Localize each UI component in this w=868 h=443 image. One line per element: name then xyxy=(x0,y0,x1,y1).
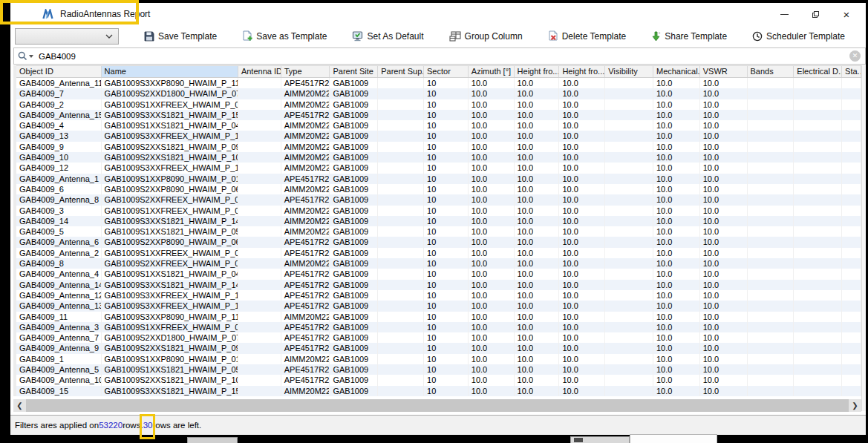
table-cell: GAB4009_Antenna_9 xyxy=(16,343,102,353)
column-header[interactable]: Antenna ID xyxy=(238,66,281,77)
column-header[interactable]: Sta... xyxy=(842,66,861,77)
table-row[interactable]: GAB4009_13GAB1009S3XXFREEX_HWAIM_P_13AIM… xyxy=(16,131,861,141)
scroll-left-arrow-icon[interactable]: ❮ xyxy=(13,399,26,412)
save-as-template-button[interactable]: Save as Template xyxy=(238,28,331,44)
table-cell xyxy=(842,194,861,205)
table-row[interactable]: GAB4009_Antenna_1GAB1009S1XXP8090_HWAIM_… xyxy=(16,174,861,184)
column-header[interactable]: Sector xyxy=(424,66,469,77)
table-row[interactable]: GAB4009_Antenna_6GAB1009S2XXP8090_HWAIM_… xyxy=(16,237,861,247)
table-row[interactable]: GAB4009_3GAB1009S1XXFREEX_HWAIM_P_03AIMM… xyxy=(16,206,861,216)
column-header[interactable]: Height fro... xyxy=(515,66,560,77)
table-row[interactable]: GAB4009_5GAB1009S1XXS1821_HWAIM_P_05AIMM… xyxy=(16,226,861,237)
table-cell xyxy=(842,131,861,141)
table-row[interactable]: GAB4009_Antenna_7GAB1009S2XXD1800_HWAIM_… xyxy=(16,332,861,343)
table-cell: GAB4009_Antenna_1 xyxy=(16,174,102,184)
column-header[interactable]: Name xyxy=(102,66,238,77)
table-row[interactable]: GAB4009_10GAB1009S2XXS1821_HWAIM_P_10AIM… xyxy=(16,152,861,163)
table-row[interactable]: GAB4009_9GAB1009S2XXS1821_HWAIM_P_09AIMM… xyxy=(16,142,861,152)
table-cell xyxy=(842,184,861,194)
vertical-scrollbar[interactable] xyxy=(861,65,866,411)
table-cell: 10.0 xyxy=(559,174,605,184)
scheduler-template-button[interactable]: Scheduler Template xyxy=(748,29,849,44)
table-row[interactable]: GAB4009_Antenna_9GAB1009S2XXS1821_HWAIM_… xyxy=(16,343,861,353)
horizontal-scrollbar-thumb[interactable] xyxy=(26,399,849,412)
table-header-row: Object IDNameAntenna IDTypeParent SitePa… xyxy=(16,65,861,78)
table-row[interactable]: GAB4009_Antenna_15GAB1009S3XXS1821_HWAIM… xyxy=(16,110,861,120)
column-header[interactable]: Azimuth [°] xyxy=(469,66,515,77)
table-cell xyxy=(794,110,842,120)
table-row[interactable]: GAB4009_Antenna_11GAB1009S3XXP8090_HWAIM… xyxy=(16,78,861,88)
table-cell: GAB1009S3XXFREEX_HWAIM_P_13 xyxy=(102,131,238,141)
search-input[interactable]: GAB4009 xyxy=(39,52,849,61)
column-header[interactable]: Type xyxy=(281,66,330,77)
table-cell: 10.0 xyxy=(559,163,605,173)
table-cell: 10.0 xyxy=(653,163,700,173)
column-header[interactable]: Height fro... xyxy=(559,66,605,77)
column-header[interactable]: Parent Site xyxy=(330,66,378,77)
table-row[interactable]: GAB4009_Antenna_5GAB1009S1XXS1821_HWAIM_… xyxy=(16,364,861,375)
column-header[interactable]: Mechanical... xyxy=(653,66,700,77)
table-cell: 10.0 xyxy=(700,386,748,396)
share-template-button[interactable]: Share Template xyxy=(647,29,731,44)
table-row[interactable]: GAB4009_7GAB1009S2XXD1800_HWAIM_P_07AIMM… xyxy=(16,88,861,99)
table-row[interactable]: GAB4009_Antenna_3GAB1009S1XXFREEX_HWAIM_… xyxy=(16,322,861,332)
table-cell xyxy=(238,354,281,364)
table-cell: APE4517R2 xyxy=(281,375,330,385)
table-cell xyxy=(238,269,281,279)
table-row[interactable]: GAB4009_4GAB1009S1XXS1821_HWAIM_P_04AIMM… xyxy=(16,120,861,131)
scroll-right-arrow-icon[interactable]: ❯ xyxy=(849,399,861,412)
table-cell: GAB4009_4 xyxy=(16,120,102,131)
table-row[interactable]: GAB4009_11GAB1009S3XXP8090_HWAIM_P_11AIM… xyxy=(16,312,861,322)
search-clear-icon[interactable]: ✕ xyxy=(849,50,861,62)
column-header[interactable]: Bands xyxy=(748,66,794,77)
table-cell: 10.0 xyxy=(653,301,700,311)
delete-template-button[interactable]: Delete Template xyxy=(544,28,631,44)
column-header[interactable]: Visibility xyxy=(605,66,653,77)
table-cell: AIMM20M22... xyxy=(281,226,330,237)
table-row[interactable]: GAB4009_14GAB1009S3XXS1821_HWAIM_P_14AIM… xyxy=(16,216,861,226)
column-header[interactable]: VSWR xyxy=(700,66,748,77)
close-button[interactable]: × xyxy=(836,5,857,23)
set-as-default-button[interactable]: Set As Default xyxy=(347,29,428,44)
column-header[interactable]: Electrical D... xyxy=(794,66,842,77)
table-row[interactable]: GAB4009_Antenna_13GAB1009S3XXFREEX_HWAIM… xyxy=(16,301,861,311)
table-row[interactable]: GAB4009_6GAB1009S2XXP8090_HWAIM_P_06AIMM… xyxy=(16,184,861,194)
table-row[interactable]: GAB4009_15GAB1009S3XXS1821_HWAIM_P_15AIM… xyxy=(16,386,861,396)
table-cell xyxy=(378,312,424,322)
table-row[interactable]: GAB4009_Antenna_4GAB1009S1XXS1821_HWAIM_… xyxy=(16,269,861,279)
table-row[interactable]: GAB4009_12GAB1009S3XXFREEX_HWAIM_P_12AIM… xyxy=(16,163,861,173)
table-row[interactable]: GAB4009_Antenna_10GAB1009S2XXS1821_HWAIM… xyxy=(16,375,861,385)
table-row[interactable]: GAB4009_Antenna_2GAB1009S1XXFREEX_HWAIM_… xyxy=(16,248,861,258)
table-cell xyxy=(238,258,281,269)
save-template-button[interactable]: Save Template xyxy=(140,29,221,44)
group-column-button[interactable]: Group Column xyxy=(445,29,527,44)
table-row[interactable]: GAB4009_Antenna_14GAB1009S3XXS1821_HWAIM… xyxy=(16,280,861,290)
column-header[interactable]: Object ID xyxy=(16,66,102,77)
table-row[interactable]: GAB4009_Antenna_12GAB1009S3XXFREEX_HWAIM… xyxy=(16,290,861,301)
table-row[interactable]: GAB4009_8GAB1009S2XXFREEX_HWAIM_P_08AIMM… xyxy=(16,258,861,269)
table-row[interactable]: GAB4009_2GAB1009S1XXFREEX_HWAIM_P_02AIMM… xyxy=(16,99,861,110)
table-cell: 10 xyxy=(424,174,469,184)
table-cell: 10.0 xyxy=(469,120,515,131)
horizontal-scrollbar[interactable]: ❮ ❯ xyxy=(13,399,861,412)
table-cell: 10.0 xyxy=(700,206,748,216)
table-cell xyxy=(238,206,281,216)
save-icon xyxy=(144,31,154,42)
table-cell: 10.0 xyxy=(559,184,605,194)
table-cell: 10.0 xyxy=(700,322,748,332)
search-options-caret-icon[interactable] xyxy=(29,55,33,58)
set-default-icon xyxy=(352,31,363,42)
table-row[interactable]: GAB4009_Antenna_8GAB1009S2XXFREEX_HWAIM_… xyxy=(16,194,861,205)
search-bar[interactable]: GAB4009 ✕ xyxy=(13,47,866,65)
column-header[interactable]: Parent Sup... xyxy=(378,66,424,77)
minimize-button[interactable] xyxy=(774,5,794,23)
restore-button[interactable] xyxy=(805,5,826,23)
template-dropdown[interactable] xyxy=(15,28,119,45)
table-cell: GAB1009S2XXP8090_HWAIM_P_06 xyxy=(102,184,238,194)
table-cell xyxy=(238,248,281,258)
table-cell: AIMM20M22... xyxy=(281,312,330,322)
table-cell: GAB4009_8 xyxy=(16,258,102,269)
table-cell xyxy=(794,99,842,110)
table-cell: 10.0 xyxy=(559,152,605,163)
table-row[interactable]: GAB4009_1GAB1009S1XXP8090_HWAIM_P_01AIMM… xyxy=(16,354,861,364)
